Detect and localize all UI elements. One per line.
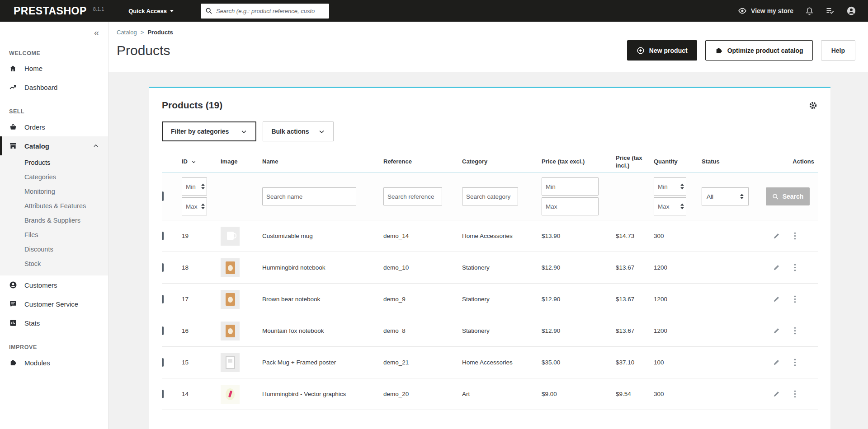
help-button[interactable]: Help [821,40,855,61]
row-checkbox[interactable] [162,358,164,367]
notifications-bell-icon[interactable] [805,7,814,15]
customers-person-icon [9,281,17,289]
sidebar-item-catalog[interactable]: Catalog [0,136,108,155]
filter-by-categories-dropdown[interactable]: Filter by categories [162,121,256,141]
puzzle-icon [715,47,723,55]
price-max-filter-input[interactable] [542,197,599,215]
row-menu-dots-icon[interactable] [794,358,796,367]
sidebar-item-customer-service[interactable]: Customer Service [0,294,108,313]
bulk-actions-dropdown[interactable]: Bulk actions [263,121,333,141]
version-label: 8.1.1 [93,6,104,12]
row-checkbox[interactable] [162,390,164,398]
list-check-icon[interactable] [826,6,835,15]
quick-access-menu[interactable]: Quick Access [128,8,174,14]
prestashop-logo[interactable]: PRESTASHOP [14,5,87,17]
row-menu-dots-icon[interactable] [794,295,796,303]
row-checkbox[interactable] [162,263,164,272]
sidebar-item-categories[interactable]: Categories [0,170,108,184]
sidebar-item-stock[interactable]: Stock [0,256,108,271]
number-spinner-icon[interactable] [201,184,205,190]
search-icon [772,193,779,200]
eye-icon [738,6,747,15]
number-spinner-icon[interactable] [680,184,684,190]
status-filter-select[interactable]: All [702,187,749,205]
sidebar-item-brands-suppliers[interactable]: Brands & Suppliers [0,213,108,228]
row-menu-dots-icon[interactable] [794,326,796,335]
edit-pencil-icon[interactable] [773,264,780,271]
product-price-incl-cell: $37.10 [616,359,654,366]
product-thumbnail[interactable] [221,227,240,246]
global-search[interactable] [201,4,329,19]
name-filter-input[interactable] [262,187,356,205]
sidebar-item-stats[interactable]: Stats [0,313,108,332]
row-menu-dots-icon[interactable] [794,263,796,272]
product-name-cell[interactable]: Pack Mug + Framed poster [262,359,383,366]
product-name-cell[interactable]: Customizable mug [262,233,383,239]
account-avatar-icon[interactable] [846,6,856,16]
product-name-cell[interactable]: Hummingbird - Vector graphics [262,391,383,397]
sidebar-item-monitoring[interactable]: Monitoring [0,184,108,199]
caret-down-icon [170,10,174,12]
sidebar-item-discounts[interactable]: Discounts [0,242,108,256]
number-spinner-icon[interactable] [680,204,684,210]
chevron-down-icon [241,128,247,135]
dashboard-icon [9,83,17,91]
edit-pencil-icon[interactable] [773,232,780,240]
product-name-cell[interactable]: Brown bear notebook [262,296,383,303]
product-id-cell: 16 [182,327,221,334]
column-header-name: Name [262,158,383,165]
row-menu-dots-icon[interactable] [794,232,796,240]
product-thumbnail[interactable] [221,258,240,277]
product-price-excl-cell: $35.00 [542,359,616,366]
product-thumbnail[interactable] [221,353,240,372]
product-name-cell[interactable]: Mountain fox notebook [262,327,383,334]
sidebar-item-home[interactable]: Home [0,59,108,78]
number-spinner-icon[interactable] [201,204,205,210]
sidebar-item-modules[interactable]: Modules [0,353,108,372]
row-checkbox[interactable] [162,232,164,240]
product-thumbnail[interactable] [221,322,240,340]
product-category-cell: Home Accessories [462,233,542,239]
global-search-input[interactable] [216,8,325,14]
product-price-excl-cell: $12.90 [542,296,616,303]
product-thumbnail[interactable] [221,290,240,309]
stats-bars-icon [9,319,17,327]
gear-icon[interactable] [808,101,818,110]
sidebar-item-attributes-features[interactable]: Attributes & Features [0,199,108,213]
column-header-price-incl: Price (tax incl.) [616,154,654,169]
breadcrumb-catalog[interactable]: Catalog [117,29,137,36]
category-filter-input[interactable] [462,187,518,205]
reference-filter-input[interactable] [383,187,442,205]
breadcrumb-products: Products [147,29,173,36]
sidebar-item-files[interactable]: Files [0,228,108,242]
chevron-down-icon [318,128,325,135]
edit-pencil-icon[interactable] [773,327,780,335]
sidebar-item-label: Customers [24,281,57,289]
table-search-button[interactable]: Search [766,187,810,205]
column-header-image: Image [221,158,262,165]
product-thumbnail[interactable] [221,385,240,404]
new-product-button[interactable]: New product [627,40,697,61]
product-name-cell[interactable]: Hummingbird notebook [262,264,383,271]
edit-pencil-icon[interactable] [773,295,780,303]
sidebar-item-products[interactable]: Products [0,155,108,170]
product-reference-cell: demo_21 [383,359,462,366]
edit-pencil-icon[interactable] [773,359,780,366]
sidebar-item-orders[interactable]: Orders [0,117,108,136]
sidebar-item-customers[interactable]: Customers [0,275,108,294]
product-category-cell: Stationery [462,327,542,334]
sidebar: « WELCOME Home Dashboard SELL Orders Cat… [0,22,108,429]
sidebar-collapse-button[interactable]: « [94,28,98,37]
product-price-excl-cell: $13.90 [542,233,616,239]
view-my-store-link[interactable]: View my store [738,6,793,15]
sidebar-item-dashboard[interactable]: Dashboard [0,78,108,97]
column-header-id[interactable]: ID [182,158,221,165]
price-min-filter-input[interactable] [542,177,599,196]
select-all-checkbox[interactable] [162,191,164,201]
row-checkbox[interactable] [162,326,164,335]
optimize-product-catalog-button[interactable]: Optimize product catalog [705,40,813,61]
page-header: Catalog > Products Products New product … [108,22,868,72]
row-menu-dots-icon[interactable] [794,390,796,398]
row-checkbox[interactable] [162,295,164,303]
edit-pencil-icon[interactable] [773,390,780,398]
